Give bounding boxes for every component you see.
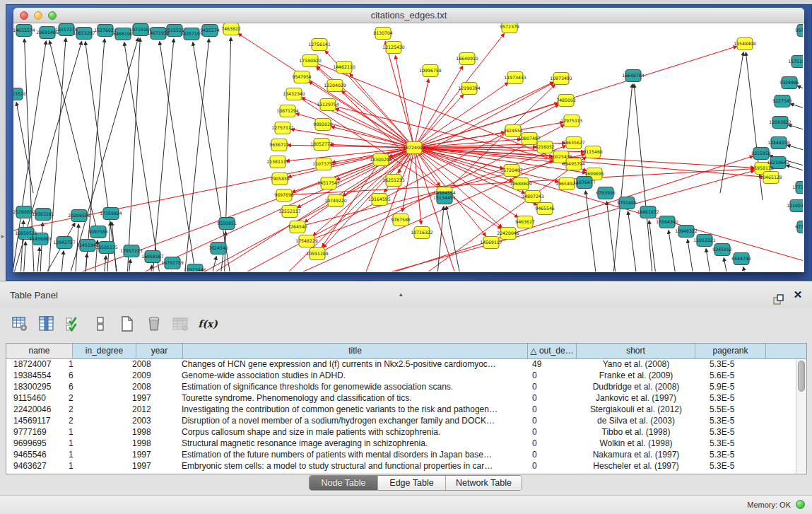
table-cell: Investigating the contribution of common… bbox=[176, 404, 528, 416]
graph-node-label: 9697696 bbox=[274, 192, 294, 197]
table-header-row: namein_degreeyeartitle△ out_de…shortpage… bbox=[6, 344, 806, 359]
column-header-short[interactable]: short bbox=[577, 344, 695, 358]
delete-table-icon[interactable] bbox=[144, 314, 164, 334]
graph-node-label: 17730415 bbox=[792, 185, 803, 189]
column-header-name[interactable]: name bbox=[6, 344, 73, 358]
table-row[interactable]: 1830029562008Estimation of significance … bbox=[6, 382, 796, 393]
table-row[interactable]: 946362711997Embryonic stem cells: a mode… bbox=[6, 461, 796, 472]
table-row[interactable]: 977716911998Corpus callosum shape and si… bbox=[6, 427, 796, 438]
table-panel-header: Table Panel ▴ ✕ bbox=[0, 281, 812, 308]
table-cell: 5.3E-5 bbox=[695, 450, 766, 461]
graph-node-label: 10749220 bbox=[324, 198, 347, 203]
table-toolbar: f(x) bbox=[10, 313, 218, 335]
table-cell: 14569117 bbox=[6, 416, 66, 427]
zoom-window-button[interactable] bbox=[48, 11, 57, 20]
status-bar: Memory: OK bbox=[0, 495, 812, 514]
graph-node-label: 9465546 bbox=[535, 206, 555, 211]
table-row[interactable]: 1456911722003Disruption of a novel membe… bbox=[6, 416, 796, 427]
graph-node-label: 6466100 bbox=[113, 31, 133, 36]
table-row[interactable]: 946554611997Estimation of the future num… bbox=[6, 450, 796, 461]
graph-node-label: 9699695 bbox=[584, 171, 604, 176]
table-cell: 0 bbox=[528, 416, 577, 427]
graph-node-label: 13505135 bbox=[95, 245, 118, 250]
import-table-icon[interactable] bbox=[171, 314, 191, 334]
column-header-out_de[interactable]: △ out_de… bbox=[528, 344, 577, 358]
minimize-window-button[interactable] bbox=[34, 11, 42, 20]
table-row[interactable]: 969969511998Structural magnetic resonanc… bbox=[6, 438, 796, 450]
table-cell: 18300295 bbox=[6, 382, 66, 393]
table-cell: Estimation of the future numbers of pati… bbox=[176, 450, 528, 461]
row-height-icon[interactable] bbox=[90, 314, 110, 334]
table-row[interactable]: 911546021997Tourette syndrome. Phenomeno… bbox=[6, 393, 796, 404]
close-window-button[interactable] bbox=[20, 11, 28, 20]
table-cell: de Silva et al. (2003) bbox=[577, 416, 695, 427]
tab-network-table[interactable]: Network Table bbox=[445, 476, 522, 490]
column-header-filler bbox=[766, 344, 806, 358]
scrollbar-thumb[interactable] bbox=[798, 361, 805, 392]
graph-node-label: 10973493 bbox=[550, 76, 572, 81]
graph-node-label: 18724007 bbox=[403, 145, 425, 150]
table-row[interactable]: 1872400712008Changes of HCN gene express… bbox=[6, 359, 796, 370]
window-titlebar[interactable]: citations_edges.txt bbox=[13, 8, 804, 23]
graph-node-label: 12444158 bbox=[767, 140, 790, 145]
graph-node-label: 11073755 bbox=[312, 161, 335, 166]
graph-node-label: 11012221 bbox=[693, 238, 716, 243]
memory-status-icon[interactable] bbox=[796, 500, 805, 509]
tab-node-table[interactable]: Node Table bbox=[310, 476, 377, 490]
table-row[interactable]: 1938455462009Genome-wide association stu… bbox=[6, 370, 796, 382]
table-cell: 9115460 bbox=[6, 393, 66, 404]
graph-node-label: 15751074 bbox=[788, 59, 803, 64]
table-cell: 1997 bbox=[129, 461, 176, 472]
graph-node-label: 3624554 bbox=[503, 128, 523, 133]
table-cell: 9463627 bbox=[6, 461, 66, 472]
table-cell: Structural magnetic resonance image aver… bbox=[176, 438, 528, 450]
table-cell: Corpus callosum shape and size in male p… bbox=[176, 427, 528, 438]
graph-node-label: 14569117 bbox=[480, 240, 502, 245]
graph-node-label: 12190394 bbox=[458, 86, 481, 90]
graph-node-label: 9329966 bbox=[779, 80, 799, 85]
column-header-year[interactable]: year bbox=[136, 344, 183, 358]
graph-node-label: 19495794 bbox=[563, 161, 585, 166]
table-mode-tabs: Node TableEdge TableNetwork Table bbox=[309, 475, 522, 491]
table-cell: 2003 bbox=[129, 416, 176, 427]
graph-node-label: 9435574 bbox=[200, 28, 220, 33]
network-canvas[interactable]: 1872400712756141171808209547954134323401… bbox=[13, 23, 803, 271]
table-cell: Tibbo et al. (1998) bbox=[577, 427, 695, 438]
close-icon[interactable]: ✕ bbox=[791, 288, 805, 301]
new-table-icon[interactable] bbox=[117, 314, 137, 334]
table-cell: Disruption of a novel member of a sodium… bbox=[176, 416, 528, 427]
network-window: citations_edges.txt 18724007127561411718… bbox=[13, 8, 804, 272]
split-pane-grip-icon[interactable]: ▴ bbox=[399, 281, 403, 308]
graph-node-label: 9572379 bbox=[500, 24, 519, 29]
column-header-pagerank[interactable]: pagerank bbox=[695, 344, 766, 358]
table-cell: 0 bbox=[528, 461, 577, 472]
table-row[interactable]: 2242004622012Investigating the contribut… bbox=[6, 404, 796, 416]
select-all-icon[interactable] bbox=[64, 314, 83, 334]
table-settings-icon[interactable] bbox=[10, 314, 30, 334]
table-cell: 9465546 bbox=[6, 450, 66, 461]
graph-node-label: 10653287 bbox=[73, 30, 95, 35]
graph-node-label: 15958118 bbox=[751, 165, 774, 170]
table-cell: 5.3E-5 bbox=[695, 427, 766, 438]
float-window-icon[interactable] bbox=[771, 288, 785, 301]
column-header-title[interactable]: title bbox=[183, 344, 528, 358]
window-title: citations_edges.txt bbox=[13, 8, 804, 23]
graph-node-label: 8215958 bbox=[751, 151, 771, 156]
graph-node-label: 12125430 bbox=[382, 45, 405, 49]
show-columns-icon[interactable] bbox=[37, 314, 57, 334]
vertical-scrollbar[interactable] bbox=[796, 359, 806, 474]
graph-node-label: 10465128 bbox=[760, 175, 782, 180]
function-builder-icon[interactable]: f(x) bbox=[198, 314, 218, 334]
table-cell: Wolkin et al. (1998) bbox=[577, 438, 695, 450]
table-panel: Table Panel ▴ ✕ bbox=[0, 281, 812, 514]
table-cell: Changes of HCN gene expression and I(f) … bbox=[176, 359, 528, 370]
graph-node-label: 16850511 bbox=[15, 230, 37, 235]
table-cell: 5.6E-5 bbox=[695, 370, 766, 382]
table-cell: 5.3E-5 bbox=[695, 416, 766, 427]
column-header-in_degree[interactable]: in_degree bbox=[73, 344, 136, 358]
collapsed-panel-handle[interactable]: ► bbox=[0, 233, 6, 240]
table-cell: Jankovic et al. (1997) bbox=[577, 393, 695, 404]
table-cell: 9699695 bbox=[6, 438, 66, 450]
graph-node-label: 12093822 bbox=[769, 119, 792, 124]
tab-edge-table[interactable]: Edge Table bbox=[377, 476, 445, 490]
